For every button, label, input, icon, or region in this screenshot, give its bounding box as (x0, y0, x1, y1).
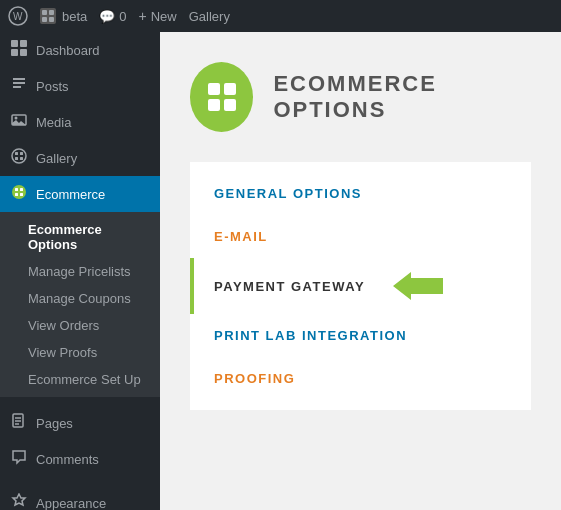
sidebar-item-appearance-label: Appearance (36, 496, 106, 511)
new-bar-item[interactable]: + New (139, 8, 177, 24)
dashboard-icon (10, 40, 28, 60)
submenu-item-manage-coupons[interactable]: Manage Coupons (0, 285, 160, 312)
menu-item-payment-gateway[interactable]: PAYMENT GATEWAY (190, 258, 531, 314)
comments-bar-item[interactable]: 💬 0 (99, 9, 126, 24)
svg-rect-21 (20, 193, 23, 196)
svg-rect-3 (49, 10, 54, 15)
menu-item-email[interactable]: E-MAIL (190, 215, 531, 258)
menu-item-general-options[interactable]: GENERAL OPTIONS (190, 172, 531, 215)
svg-rect-24 (224, 83, 236, 95)
email-label: E-MAIL (214, 229, 268, 244)
svg-rect-23 (208, 83, 220, 95)
ecommerce-logo (190, 62, 253, 132)
svg-point-17 (12, 185, 26, 199)
sidebar-item-posts-label: Posts (36, 79, 69, 94)
svg-rect-16 (20, 157, 23, 160)
sidebar: Dashboard Posts Media (0, 32, 160, 510)
sidebar-item-ecommerce-label: Ecommerce (36, 187, 105, 202)
submenu-item-view-orders[interactable]: View Orders (0, 312, 160, 339)
svg-rect-14 (20, 152, 23, 155)
sidebar-item-gallery[interactable]: Gallery (0, 140, 160, 176)
gallery-bar-label: Gallery (189, 9, 230, 24)
new-label: New (151, 9, 177, 24)
svg-rect-8 (11, 49, 18, 56)
ecommerce-submenu: Ecommerce Options Manage Pricelists Mana… (0, 212, 160, 397)
svg-rect-15 (15, 157, 18, 160)
svg-point-12 (12, 149, 26, 163)
content-area: ECOMMERCE OPTIONS GENERAL OPTIONS E-MAIL… (160, 32, 561, 510)
pages-icon (10, 413, 28, 433)
site-name-bar[interactable]: beta (40, 8, 87, 24)
ecommerce-header: ECOMMERCE OPTIONS (190, 62, 531, 132)
media-icon (10, 112, 28, 132)
plus-icon: + (139, 8, 147, 24)
comments-count: 0 (119, 9, 126, 24)
svg-rect-20 (15, 193, 18, 196)
wp-logo[interactable]: W (8, 6, 28, 26)
submenu-item-ecommerce-set-up[interactable]: Ecommerce Set Up (0, 366, 160, 393)
site-name-label: beta (62, 9, 87, 24)
submenu-manage-coupons-label: Manage Coupons (28, 291, 131, 306)
submenu-view-proofs-label: View Proofs (28, 345, 97, 360)
comment-bubble-icon: 💬 (99, 9, 115, 24)
admin-bar: W beta 💬 0 + New Gallery (0, 0, 561, 32)
svg-rect-7 (20, 40, 27, 47)
submenu-view-orders-label: View Orders (28, 318, 99, 333)
sidebar-item-comments[interactable]: Comments (0, 441, 160, 477)
ecommerce-icon (10, 184, 28, 204)
sidebar-item-pages[interactable]: Pages (0, 405, 160, 441)
svg-rect-18 (15, 188, 18, 191)
general-options-label: GENERAL OPTIONS (214, 186, 362, 201)
comments-icon (10, 449, 28, 469)
svg-rect-13 (15, 152, 18, 155)
payment-gateway-label: PAYMENT GATEWAY (214, 279, 365, 294)
sidebar-item-appearance[interactable]: Appearance (0, 485, 160, 510)
payment-gateway-arrow (393, 272, 443, 300)
proofing-label: PROOFING (214, 371, 295, 386)
sidebar-item-dashboard[interactable]: Dashboard (0, 32, 160, 68)
svg-rect-25 (208, 99, 220, 111)
print-lab-integration-label: PRINT LAB INTEGRATION (214, 328, 407, 343)
options-menu: GENERAL OPTIONS E-MAIL PAYMENT GATEWAY P… (190, 162, 531, 410)
sidebar-item-ecommerce[interactable]: Ecommerce (0, 176, 160, 212)
appearance-icon (10, 493, 28, 510)
sidebar-item-dashboard-label: Dashboard (36, 43, 100, 58)
svg-point-11 (15, 117, 18, 120)
ecommerce-title: ECOMMERCE OPTIONS (273, 71, 531, 123)
submenu-manage-pricelists-label: Manage Pricelists (28, 264, 131, 279)
svg-rect-6 (11, 40, 18, 47)
posts-icon (10, 76, 28, 96)
sidebar-item-pages-label: Pages (36, 416, 73, 431)
svg-rect-5 (49, 17, 54, 22)
submenu-item-ecommerce-options[interactable]: Ecommerce Options (0, 216, 160, 258)
submenu-ecommerce-options-label: Ecommerce Options (28, 222, 102, 252)
svg-rect-2 (42, 10, 47, 15)
sidebar-item-media[interactable]: Media (0, 104, 160, 140)
svg-rect-9 (20, 49, 27, 56)
svg-rect-4 (42, 17, 47, 22)
sidebar-item-media-label: Media (36, 115, 71, 130)
sidebar-item-posts[interactable]: Posts (0, 68, 160, 104)
menu-item-proofing[interactable]: PROOFING (190, 357, 531, 400)
site-icon (40, 8, 56, 24)
svg-rect-26 (224, 99, 236, 111)
svg-text:W: W (13, 11, 23, 22)
submenu-item-view-proofs[interactable]: View Proofs (0, 339, 160, 366)
submenu-ecommerce-set-up-label: Ecommerce Set Up (28, 372, 141, 387)
sidebar-item-comments-label: Comments (36, 452, 99, 467)
menu-item-print-lab-integration[interactable]: PRINT LAB INTEGRATION (190, 314, 531, 357)
sidebar-item-gallery-label: Gallery (36, 151, 77, 166)
gallery-bar-item[interactable]: Gallery (189, 9, 230, 24)
submenu-item-manage-pricelists[interactable]: Manage Pricelists (0, 258, 160, 285)
main-layout: Dashboard Posts Media (0, 32, 561, 510)
svg-marker-27 (393, 272, 443, 300)
svg-rect-19 (20, 188, 23, 191)
gallery-icon (10, 148, 28, 168)
